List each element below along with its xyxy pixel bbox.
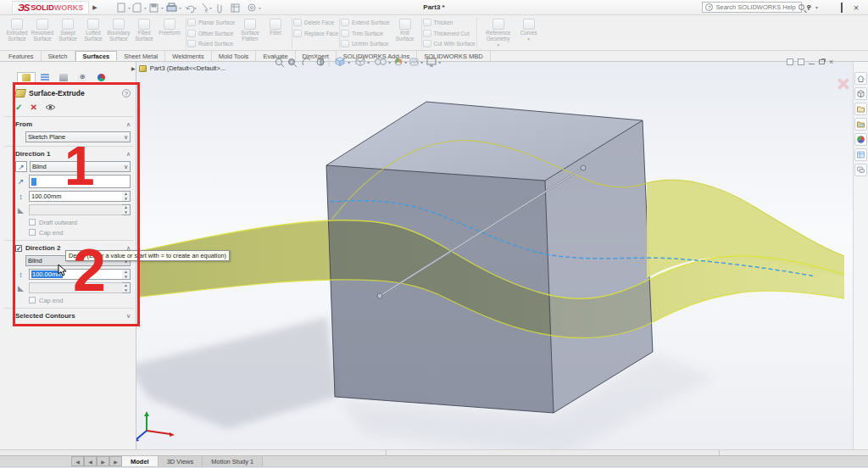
planar-surface-button[interactable]: Planar Surface xyxy=(187,18,235,27)
dropdown-icon xyxy=(388,62,391,64)
cube-front-face[interactable] xyxy=(326,165,554,413)
line-endpoint-marker[interactable] xyxy=(581,165,586,170)
cube-body[interactable] xyxy=(326,102,653,413)
tab-motion-study-1[interactable]: Motion Study 1 xyxy=(203,456,263,466)
nav-prev-icon[interactable]: ◀ xyxy=(84,456,97,466)
extruded-surface-button[interactable]: Extruded Surface xyxy=(4,17,30,49)
new-window-icon[interactable] xyxy=(787,58,793,65)
heads-up-view-toolbar[interactable] xyxy=(273,56,442,69)
boundary-surface-button[interactable]: Boundary Surface xyxy=(106,17,131,49)
trim-surface-button[interactable]: Trim Surface xyxy=(341,29,389,38)
nav-last-icon[interactable]: ▶ xyxy=(109,456,122,466)
swept-surface-button[interactable]: Swept Surface xyxy=(55,17,81,49)
tab-features[interactable]: Features xyxy=(2,51,42,61)
tab-nav-buttons[interactable]: ◀ ◀ ▶ ▶ xyxy=(71,456,122,466)
help-button[interactable]: ? xyxy=(806,3,811,12)
thicken-button[interactable]: Thicken xyxy=(423,18,476,27)
restore-button[interactable] xyxy=(837,3,847,12)
tab-mold-tools[interactable]: Mold Tools xyxy=(212,51,257,61)
title-bar: ЭS SOLIDWORKS ▶ Part3 * ? Search SOLIDWO… xyxy=(0,0,868,15)
view-orientation-icon xyxy=(336,58,344,66)
quick-access-toolbar[interactable] xyxy=(116,2,264,14)
reference-geometry-icon xyxy=(492,19,504,30)
tree-expand-icon[interactable]: ▶ xyxy=(131,65,136,71)
lofted-surface-button[interactable]: Lofted Surface xyxy=(81,17,106,49)
close-button[interactable]: × xyxy=(851,3,861,13)
extend-surface-button[interactable]: Extend Surface xyxy=(341,18,389,27)
replace-face-icon xyxy=(293,30,302,37)
previous-view-icon xyxy=(303,58,310,65)
nav-next-icon[interactable]: ▶ xyxy=(97,456,109,466)
nav-first-icon[interactable]: ◀ xyxy=(71,456,84,466)
logo-works-text: WORKS xyxy=(54,3,84,12)
surface-create-group: Extruded Surface Revolved Surface Swept … xyxy=(2,16,185,50)
flatten-group: Surface Flatten Fillet xyxy=(235,16,291,50)
select-cursor-icon xyxy=(203,3,208,13)
boundary-surface-icon xyxy=(113,19,125,30)
print-icon xyxy=(167,3,176,11)
section-view-icon xyxy=(317,58,324,65)
offset-surface-button[interactable]: Offset Surface xyxy=(187,29,235,38)
resources-icon[interactable] xyxy=(854,87,867,100)
new-file-icon xyxy=(118,3,125,12)
revolved-surface-icon xyxy=(36,19,48,30)
surface-flatten-button[interactable]: Surface Flatten xyxy=(237,17,263,49)
thicken-group: Thicken Thickened Cut Cut With Surface xyxy=(423,16,476,50)
untrim-surface-button[interactable]: Untrim Surface xyxy=(341,39,389,48)
delete-face-icon xyxy=(293,19,302,26)
menu-flyout-arrow-icon[interactable]: ▶ xyxy=(92,4,97,11)
cascade-window-icon[interactable] xyxy=(798,58,804,65)
doc-close-button[interactable]: × xyxy=(829,58,833,66)
tab-sheet-metal[interactable]: Sheet Metal xyxy=(117,51,165,61)
design-library-icon[interactable] xyxy=(854,103,867,115)
view-palette-icon[interactable] xyxy=(854,148,867,161)
faded-close-marker xyxy=(836,77,849,91)
dropdown-icon xyxy=(420,62,423,64)
tab-sketch[interactable]: Sketch xyxy=(42,51,75,61)
cut-with-surface-button[interactable]: Cut With Surface xyxy=(423,39,476,48)
appearances-icon[interactable] xyxy=(854,133,867,146)
thickened-cut-button[interactable]: Thickened Cut xyxy=(423,29,476,38)
reference-geometry-button[interactable]: Reference Geometry▼ xyxy=(481,17,516,49)
planar-surface-icon xyxy=(187,19,196,26)
custom-properties-icon[interactable] xyxy=(854,164,867,176)
flyout-feature-tree[interactable]: ▶ Part3 (Default<<Default>... xyxy=(131,64,225,72)
annotation-step-2: 2 xyxy=(73,237,106,304)
task-pane xyxy=(853,62,868,449)
logo-solid-text: SOLID xyxy=(31,3,54,12)
filled-surface-button[interactable]: Filled Surface xyxy=(131,17,157,49)
tab-surfaces[interactable]: Surfaces xyxy=(75,51,118,61)
fillet-button[interactable]: Fillet xyxy=(263,17,288,49)
swept-surface-icon xyxy=(62,19,74,30)
search-input[interactable]: Search SOLIDWORKS Help xyxy=(715,3,795,11)
graphics-area: ▶ Part3 (Default<<Default>... × xyxy=(0,62,868,449)
untrim-surface-icon xyxy=(341,40,349,47)
file-explorer-icon[interactable] xyxy=(854,118,867,131)
knit-group: Knit Surface xyxy=(390,16,420,50)
help-dropdown-icon[interactable]: ▾ xyxy=(815,4,818,10)
replace-face-button[interactable]: Replace Face xyxy=(293,29,338,38)
solidworks-logo: ЭS SOLIDWORKS xyxy=(12,1,89,14)
ruled-surface-button[interactable]: Ruled Surface xyxy=(187,39,235,48)
dropdown-icon xyxy=(367,62,370,64)
delete-face-button[interactable]: Delete Face xyxy=(293,18,338,27)
curves-button[interactable]: Curves▼ xyxy=(516,17,542,49)
edit-appearance-icon xyxy=(395,58,402,65)
revolved-surface-button[interactable]: Revolved Surface xyxy=(30,17,55,49)
search-box[interactable]: ? Search SOLIDWORKS Help ▾ xyxy=(702,2,802,13)
search-help-icon: ? xyxy=(705,3,713,11)
tab-model[interactable]: Model xyxy=(122,456,159,466)
tree-root-label[interactable]: Part3 (Default<<Default>... xyxy=(150,64,225,72)
doc-restore-button[interactable] xyxy=(819,59,825,64)
part-icon xyxy=(139,65,147,72)
tab-3d-views[interactable]: 3D Views xyxy=(159,456,203,466)
filled-surface-icon xyxy=(138,19,150,30)
line-endpoint-marker[interactable] xyxy=(377,293,382,298)
search-icon[interactable] xyxy=(798,4,804,10)
home-icon[interactable] xyxy=(854,72,867,85)
status-splitter[interactable] xyxy=(0,449,868,455)
doc-minimize-button[interactable] xyxy=(809,64,815,64)
freeform-button[interactable]: Freeform xyxy=(157,17,182,49)
knit-surface-button[interactable]: Knit Surface xyxy=(392,17,418,49)
tab-weldments[interactable]: Weldments xyxy=(165,51,211,61)
